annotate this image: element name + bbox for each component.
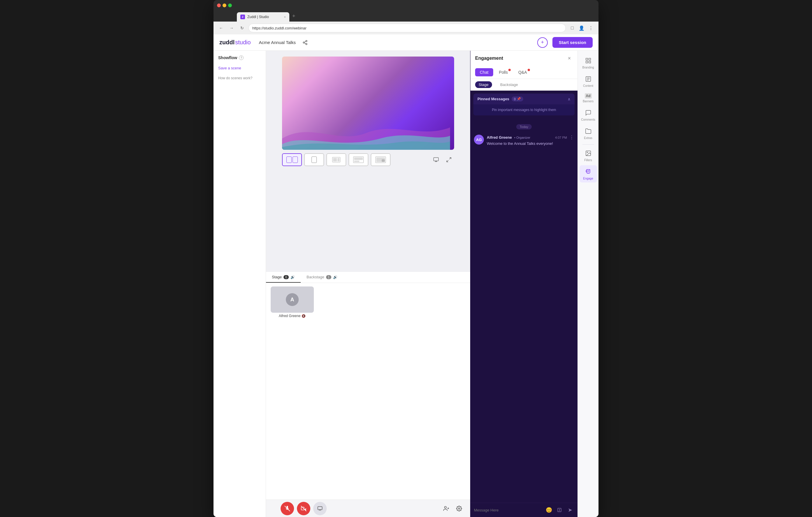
logo: zuddl studio (219, 39, 251, 46)
extras-icon (584, 127, 592, 135)
sidebar-item-fillers[interactable]: Fillers (580, 147, 597, 164)
participants-area: A Alfred Greene 🔇 (266, 283, 470, 499)
layout-one-person[interactable] (304, 153, 324, 166)
chat-subtabs: Stage Backstage (470, 79, 578, 91)
share-button[interactable] (300, 38, 310, 47)
content-label: Content (583, 84, 593, 87)
svg-line-3 (304, 43, 306, 44)
polls-tab[interactable]: Polls (494, 68, 513, 77)
message-more-button[interactable]: ⋮ (569, 134, 574, 140)
engagement-header: Engagement × (470, 51, 578, 66)
help-icon[interactable]: ? (239, 55, 243, 60)
app-body: Showflow ? Save a scene How do scenes wo… (213, 51, 599, 517)
message-input[interactable] (474, 508, 543, 512)
sidebar-item-content[interactable]: Content (580, 72, 597, 90)
chat-tab[interactable]: Chat (475, 68, 493, 77)
engage-icon (584, 168, 592, 176)
chat-tabs: Chat Polls Q&A (470, 66, 578, 79)
stage-backstage-tabs: Stage 0 🔊 Backstage 1 🔊 (266, 272, 470, 283)
minimize-traffic-light[interactable] (223, 3, 226, 7)
screen-share-icon[interactable] (431, 154, 441, 165)
mute-button[interactable] (281, 502, 294, 515)
layout-lower-third[interactable] (349, 153, 368, 166)
svg-point-30 (587, 152, 588, 153)
controls-right (441, 503, 470, 514)
banners-icon: Ad (585, 93, 592, 98)
layout-screen-share[interactable] (326, 153, 346, 166)
backstage-tab[interactable]: Backstage 1 🔊 (301, 272, 343, 283)
engage-label: Engage (583, 177, 593, 180)
traffic-lights (217, 3, 232, 7)
fillers-icon (584, 149, 592, 157)
sidebar-item-banners[interactable]: Ad Banners (580, 91, 597, 105)
engagement-close-button[interactable]: × (566, 55, 573, 62)
pinned-chevron-icon[interactable]: ∧ (568, 97, 571, 101)
attach-button[interactable] (555, 506, 563, 514)
new-tab-button[interactable]: + (290, 13, 298, 19)
message-author: Alfred Greene (487, 135, 512, 140)
date-divider: Today (516, 124, 532, 129)
svg-line-7 (450, 158, 451, 159)
fullscreen-icon[interactable] (444, 154, 454, 165)
tab-close-button[interactable]: × (284, 15, 286, 19)
sidebar-item-engage[interactable]: Engage (580, 165, 597, 182)
menu-icon[interactable]: ⋮ (587, 24, 595, 32)
svg-point-2 (306, 43, 307, 45)
address-bar[interactable]: https://studio.zuddl.com/webinar (249, 24, 566, 32)
browser-nav: ← → ↻ https://studio.zuddl.com/webinar □… (213, 22, 599, 34)
backstage-subtab[interactable]: Backstage (497, 81, 522, 88)
backstage-sound-icon[interactable]: 🔊 (333, 275, 338, 279)
main-content: Stage 0 🔊 Backstage 1 🔊 (266, 51, 470, 517)
pinned-header: Pinned Messages 0 📌 ∧ (473, 94, 575, 104)
browser-tab-active[interactable]: Z Zuddl | Studio × (237, 12, 289, 22)
logo-studio: studio (235, 39, 251, 46)
emoji-button[interactable]: 😊 (545, 506, 553, 514)
add-participant-button[interactable] (441, 503, 452, 514)
showflow-title: Showflow ? (218, 55, 261, 60)
chat-message-alfred: AG Alfred Greene • Organizer 4:07 PM ⋮ W… (474, 132, 574, 149)
save-scene-button[interactable]: Save a scene (218, 66, 261, 70)
stage-tab[interactable]: Stage 0 🔊 (266, 272, 301, 283)
start-session-button[interactable]: Start session (552, 37, 593, 48)
settings-button[interactable] (454, 503, 464, 514)
layout-pip[interactable] (371, 153, 390, 166)
pinned-placeholder: Pin important messages to highlight them (473, 104, 575, 115)
add-button[interactable]: + (537, 37, 548, 48)
svg-rect-22 (588, 58, 590, 60)
sidebar-item-comments[interactable]: Comments (580, 107, 597, 124)
video-off-button[interactable] (297, 502, 310, 515)
how-scenes-link[interactable]: How do scenes work? (218, 76, 261, 80)
layout-two-person[interactable] (282, 153, 302, 166)
branding-label: Branding (582, 66, 594, 69)
back-button[interactable]: ← (217, 24, 225, 32)
message-text: Welcome to the Annual Talks everyone! (487, 141, 574, 146)
sidebar-item-extras[interactable]: Extras (580, 125, 597, 142)
qa-tab[interactable]: Q&A (514, 68, 532, 77)
controls-center (281, 502, 327, 515)
stage-count: 0 (284, 275, 289, 279)
forward-button[interactable]: → (228, 24, 236, 32)
sidebar-item-branding[interactable]: Branding (580, 54, 597, 71)
svg-point-1 (303, 42, 304, 43)
logo-zuddl: zuddl (219, 39, 234, 46)
tab-favicon: Z (240, 14, 245, 19)
send-button[interactable]: ➤ (566, 506, 574, 514)
svg-point-16 (459, 508, 460, 509)
comments-icon (584, 109, 592, 117)
reload-button[interactable]: ↻ (238, 24, 246, 32)
stage-sound-icon[interactable]: 🔊 (290, 275, 295, 279)
stage-subtab[interactable]: Stage (475, 81, 492, 88)
profile-icon[interactable]: 👤 (578, 24, 586, 32)
showflow-sidebar: Showflow ? Save a scene How do scenes wo… (213, 51, 266, 517)
close-traffic-light[interactable] (217, 3, 221, 7)
comments-label: Comments (581, 118, 595, 121)
message-time: 4:07 PM (555, 136, 567, 139)
screenshare-button[interactable] (313, 502, 327, 515)
stage-gradient (282, 57, 454, 150)
content-icon (584, 75, 592, 83)
stage-area (266, 51, 470, 272)
maximize-traffic-light[interactable] (228, 3, 232, 7)
branding-icon (584, 57, 592, 65)
participant-name: Alfred Greene 🔇 (279, 314, 306, 318)
bookmarks-icon[interactable]: □ (568, 24, 576, 32)
